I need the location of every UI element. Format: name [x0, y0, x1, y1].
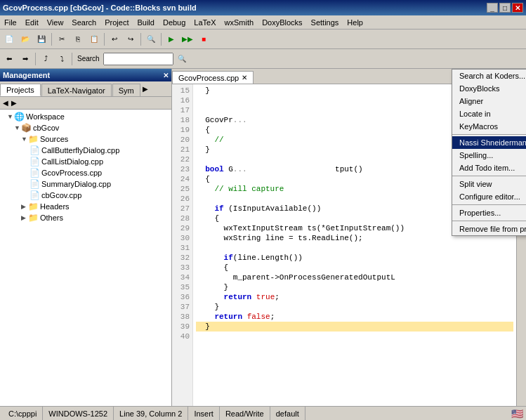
- ctx-spelling[interactable]: Spelling...: [452, 149, 526, 162]
- menu-edit[interactable]: Edit: [21, 15, 43, 29]
- status-syntax-label: default: [276, 409, 299, 418]
- tree-file-calllist[interactable]: 📄 CallListDialog.cpp: [1, 156, 170, 167]
- nav-back[interactable]: ◀: [1, 99, 10, 107]
- sources-expand[interactable]: ▼: [21, 136, 28, 143]
- ctx-properties[interactable]: Properties...: [452, 206, 526, 219]
- code-line-36: return true;: [196, 292, 513, 302]
- ctx-locate-label: Locate in: [459, 110, 491, 118]
- file-callbutterfly-label: CallButterflyDialog.cpp: [41, 146, 119, 155]
- window-title: GcovProcess.cpp [cbGcov] - Code::Blocks …: [3, 4, 197, 12]
- menu-search[interactable]: Search: [67, 15, 100, 29]
- tab-arrow[interactable]: ▶: [141, 85, 150, 93]
- workspace-expand[interactable]: ▼: [7, 113, 14, 120]
- ctx-properties-label: Properties...: [459, 209, 501, 217]
- editor-tab-close[interactable]: ✕: [242, 74, 247, 81]
- sources-folder-icon: 📁: [28, 134, 39, 144]
- workspace-icon: 🌐: [14, 112, 25, 122]
- project-icon: 📦: [21, 123, 32, 133]
- window-controls: _ □ ✕: [487, 3, 523, 13]
- cut-btn[interactable]: ✂: [54, 32, 70, 47]
- status-mode-label: Insert: [194, 409, 213, 418]
- tree-file-callbutterfly[interactable]: 📄 CallButterflyDialog.cpp: [1, 145, 170, 156]
- minimize-button[interactable]: _: [487, 3, 498, 13]
- ctx-doxyblocks[interactable]: DoxyBlocks ▶: [452, 82, 526, 95]
- menu-build[interactable]: Build: [133, 15, 158, 29]
- tab-sym[interactable]: Sym: [112, 84, 140, 96]
- nav-forward[interactable]: ▶: [10, 99, 18, 107]
- status-path: C:\cpppi: [3, 407, 43, 420]
- ctx-keymacros[interactable]: KeyMacros ▶: [452, 120, 526, 133]
- save-btn[interactable]: 💾: [34, 32, 49, 47]
- ctx-nassi[interactable]: Nassi Shneiderman ▶: [452, 136, 526, 149]
- ctx-search-koders[interactable]: Search at Koders...: [452, 70, 526, 82]
- t2-btn1[interactable]: ⬅: [1, 51, 17, 67]
- tree-file-cbgcov[interactable]: 📄 cbGcov.cpp: [1, 190, 170, 201]
- menu-view[interactable]: View: [43, 15, 68, 29]
- ctx-aligner[interactable]: Aligner ▶: [452, 95, 526, 107]
- tab-projects[interactable]: Projects: [0, 84, 41, 96]
- workspace-label: Workspace: [26, 112, 65, 121]
- menu-debug[interactable]: Debug: [159, 15, 190, 29]
- ctx-addtodo[interactable]: Add Todo item...: [452, 162, 526, 174]
- menu-help[interactable]: Help: [343, 15, 367, 29]
- open-btn[interactable]: 📂: [18, 32, 33, 47]
- menu-wxsmith[interactable]: wxSmith: [221, 15, 258, 29]
- t2-btn4[interactable]: ⤵: [54, 51, 70, 67]
- file-icon-3: 📄: [29, 168, 40, 178]
- tree-workspace[interactable]: ▼ 🌐 Workspace: [1, 111, 170, 122]
- stop-btn[interactable]: ■: [196, 32, 211, 47]
- search-go-btn[interactable]: 🔍: [174, 51, 190, 67]
- menu-file[interactable]: File: [0, 15, 21, 29]
- tree-file-summarydialog[interactable]: 📄 SummaryDialog.cpp: [1, 178, 170, 190]
- management-panel: Management ✕ Projects LaTeX-Navigator Sy…: [0, 69, 172, 406]
- copy-btn[interactable]: ⎘: [70, 32, 86, 47]
- menu-latex[interactable]: LaTeX: [190, 15, 220, 29]
- others-expand[interactable]: ▶: [21, 214, 28, 221]
- cbgcov-expand[interactable]: ▼: [14, 124, 21, 131]
- file-summary-label: SummaryDialog.cpp: [41, 180, 111, 188]
- file-calllist-label: CallListDialog.cpp: [41, 157, 103, 166]
- editor-tab-gcovprocess[interactable]: GcovProcess.cpp ✕: [172, 71, 254, 84]
- ctx-removefile[interactable]: Remove file from project: [452, 223, 526, 235]
- tree-headers[interactable]: ▶ 📁 Headers: [1, 201, 170, 212]
- editor-tab-label: GcovProcess.cpp: [178, 74, 239, 82]
- build-btn[interactable]: ▶▶: [180, 32, 195, 47]
- tree-file-gcovprocess[interactable]: 📄 GcovProcess.cpp: [1, 167, 170, 178]
- tree-others[interactable]: ▶ 📁 Others: [1, 212, 170, 223]
- menu-doxyblocks[interactable]: DoxyBlocks: [258, 15, 306, 29]
- close-button[interactable]: ✕: [512, 3, 523, 13]
- tree-cbgcov[interactable]: ▼ 📦 cbGcov: [1, 122, 170, 133]
- ctx-splitview[interactable]: Split view ▶: [452, 178, 526, 190]
- ctx-doxyblocks-label: DoxyBlocks: [459, 84, 499, 93]
- new-btn[interactable]: 📄: [1, 32, 17, 47]
- ctx-sep-4: [452, 221, 526, 221]
- flag-icon: 🇺🇸: [511, 408, 523, 419]
- paste-btn[interactable]: 📋: [86, 32, 102, 47]
- code-line-39: }: [196, 322, 513, 332]
- status-path-label: C:\cpppi: [8, 409, 37, 418]
- redo-btn[interactable]: ↪: [123, 32, 138, 47]
- ctx-search-koders-label: Search at Koders...: [459, 72, 525, 80]
- sep6: [72, 53, 72, 65]
- maximize-button[interactable]: □: [499, 3, 511, 13]
- t2-btn2[interactable]: ➡: [18, 51, 33, 67]
- ctx-keymacros-label: KeyMacros: [459, 122, 498, 131]
- ctx-addtodo-label: Add Todo item...: [459, 164, 515, 172]
- management-close[interactable]: ✕: [163, 72, 169, 79]
- code-line-31: [196, 243, 513, 253]
- t2-btn3[interactable]: ⤴: [38, 51, 53, 67]
- search-input[interactable]: [103, 53, 173, 65]
- tab-latex-navigator[interactable]: LaTeX-Navigator: [41, 84, 112, 96]
- sep5: [35, 53, 36, 65]
- tree-sources[interactable]: ▼ 📁 Sources: [1, 133, 170, 145]
- menu-settings[interactable]: Settings: [307, 15, 343, 29]
- run-btn[interactable]: ▶: [164, 32, 179, 47]
- menu-project[interactable]: Project: [100, 15, 133, 29]
- headers-expand[interactable]: ▶: [21, 203, 28, 210]
- search-btn[interactable]: 🔍: [143, 32, 159, 47]
- ctx-configure[interactable]: Configure editor...: [452, 190, 526, 203]
- undo-btn[interactable]: ↩: [107, 32, 122, 47]
- management-tabs: Projects LaTeX-Navigator Sym ▶: [0, 81, 171, 97]
- ctx-configure-label: Configure editor...: [459, 192, 520, 201]
- ctx-locate[interactable]: Locate in ▶: [452, 107, 526, 120]
